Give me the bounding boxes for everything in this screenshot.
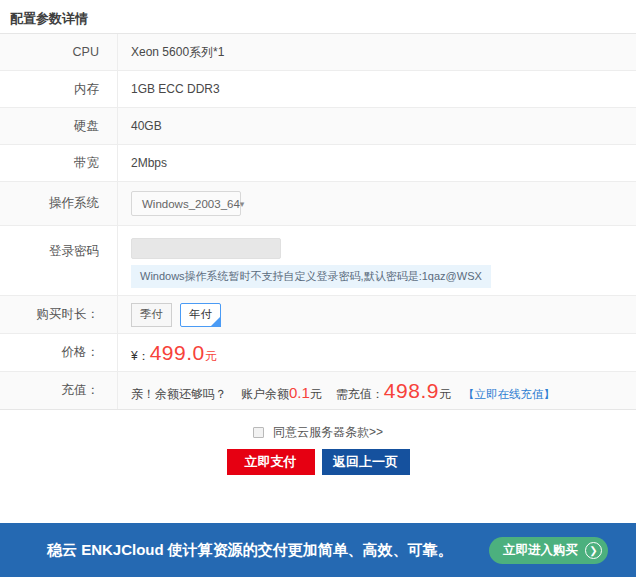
config-table: CPU Xeon 5600系列*1 内存 1GB ECC DDR3 硬盘 40G… [0,33,636,410]
row-label-recharge: 充值： [0,372,118,409]
buy-now-button[interactable]: 立即进入购买 ❯ [489,537,608,564]
banner-slogan: 稳云 ENKJCloud 使计算资源的交付更加简单、高效、可靠。 [0,541,453,560]
duration-option-yearly-label: 年付 [189,307,212,322]
footer-banner: 稳云 ENKJCloud 使计算资源的交付更加简单、高效、可靠。 立即进入购买 … [0,523,636,577]
balance-unit: 元 [310,386,322,403]
row-label-os: 操作系统 [0,182,118,225]
table-row-disk: 硬盘 40GB [0,108,636,145]
buy-now-label: 立即进入购买 [503,542,578,559]
agreement-row: 同意云服务器条款>> [0,425,636,439]
row-label-cpu: CPU [0,34,118,70]
chevron-down-icon: ▾ [240,199,245,209]
balance-amount: 0.1 [289,384,310,401]
need-label: 需充值： [336,386,384,403]
terms-checkbox[interactable] [253,427,264,438]
table-row-price: 价格： ¥： 499.0 元 [0,334,636,372]
price-unit: 元 [205,348,217,365]
table-row-duration: 购买时长： 季付 年付 [0,296,636,334]
duration-option-quarterly[interactable]: 季付 [131,303,172,327]
balance-label: 账户余额 [241,386,289,403]
price-amount: 499.0 [150,341,205,365]
price-currency: ¥： [131,348,150,365]
row-label-disk: 硬盘 [0,108,118,144]
recharge-link[interactable]: 【立即在线充值】 [463,387,555,402]
terms-label[interactable]: 同意云服务器条款>> [273,424,383,441]
password-input[interactable] [131,238,281,259]
back-button[interactable]: 返回上一页 [322,449,410,475]
table-row-recharge: 充值： 亲！余额还够吗？ 账户余额 0.1 元 需充值： 498.9 元 【立即… [0,372,636,409]
pay-button[interactable]: 立即支付 [227,449,315,475]
row-value-bandwidth: 2Mbps [118,156,636,170]
table-row-cpu: CPU Xeon 5600系列*1 [0,34,636,71]
duration-option-yearly[interactable]: 年付 [180,303,221,327]
action-buttons: 立即支付 返回上一页 [0,449,636,475]
row-label-duration: 购买时长： [0,296,118,333]
need-unit: 元 [439,386,451,403]
table-row-os: 操作系统 Windows_2003_64 ▾ [0,182,636,226]
row-value-memory: 1GB ECC DDR3 [118,82,636,96]
table-row-password: 登录密码 Windows操作系统暂时不支持自定义登录密码,默认密码是:1qaz@… [0,226,636,296]
row-value-cpu: Xeon 5600系列*1 [118,44,636,61]
balance-question: 亲！余额还够吗？ [131,386,227,403]
config-page: 配置参数详情 CPU Xeon 5600系列*1 内存 1GB ECC DDR3… [0,0,636,475]
page-title: 配置参数详情 [0,0,636,33]
row-value-disk: 40GB [118,119,636,133]
table-row-bandwidth: 带宽 2Mbps [0,145,636,182]
row-label-memory: 内存 [0,71,118,107]
password-note: Windows操作系统暂时不支持自定义登录密码,默认密码是:1qaz@WSX [131,265,491,288]
need-amount: 498.9 [384,379,439,403]
selected-corner-icon [210,316,221,327]
os-select-value: Windows_2003_64 [142,198,240,210]
table-row-memory: 内存 1GB ECC DDR3 [0,71,636,108]
row-label-password: 登录密码 [0,226,118,295]
os-select[interactable]: Windows_2003_64 ▾ [131,191,241,216]
arrow-circle-icon: ❯ [585,542,602,559]
row-label-bandwidth: 带宽 [0,145,118,181]
row-label-price: 价格： [0,334,118,371]
